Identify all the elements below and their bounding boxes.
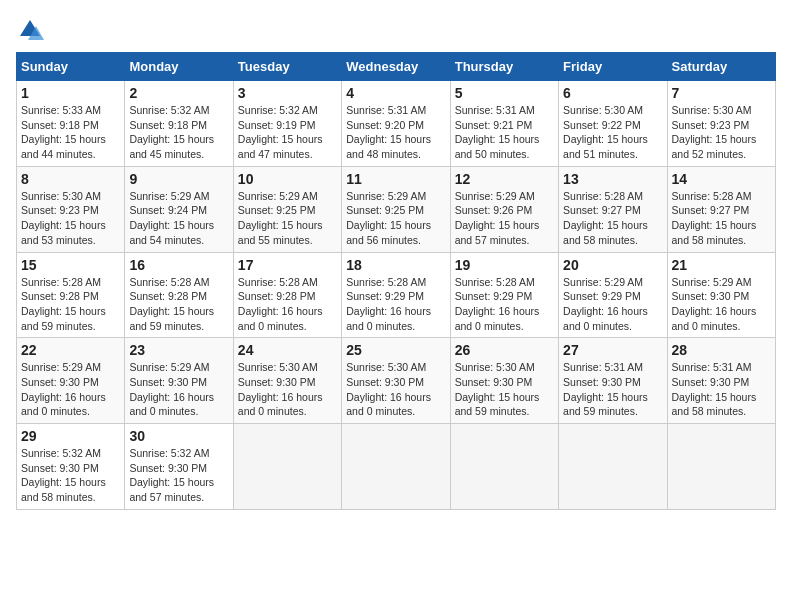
day-info: Sunrise: 5:28 AM Sunset: 9:27 PM Dayligh… bbox=[563, 189, 662, 248]
day-number: 29 bbox=[21, 428, 120, 444]
day-info: Sunrise: 5:29 AM Sunset: 9:30 PM Dayligh… bbox=[129, 360, 228, 419]
calendar-cell: 8 Sunrise: 5:30 AM Sunset: 9:23 PM Dayli… bbox=[17, 166, 125, 252]
day-info: Sunrise: 5:29 AM Sunset: 9:25 PM Dayligh… bbox=[238, 189, 337, 248]
day-info: Sunrise: 5:31 AM Sunset: 9:30 PM Dayligh… bbox=[563, 360, 662, 419]
day-number: 3 bbox=[238, 85, 337, 101]
weekday-header-tuesday: Tuesday bbox=[233, 53, 341, 81]
calendar-week-4: 22 Sunrise: 5:29 AM Sunset: 9:30 PM Dayl… bbox=[17, 338, 776, 424]
calendar-cell: 14 Sunrise: 5:28 AM Sunset: 9:27 PM Dayl… bbox=[667, 166, 775, 252]
day-number: 27 bbox=[563, 342, 662, 358]
day-number: 8 bbox=[21, 171, 120, 187]
day-info: Sunrise: 5:28 AM Sunset: 9:28 PM Dayligh… bbox=[238, 275, 337, 334]
logo-icon bbox=[16, 16, 44, 44]
weekday-header-wednesday: Wednesday bbox=[342, 53, 450, 81]
calendar-cell: 7 Sunrise: 5:30 AM Sunset: 9:23 PM Dayli… bbox=[667, 81, 775, 167]
day-number: 2 bbox=[129, 85, 228, 101]
day-number: 19 bbox=[455, 257, 554, 273]
day-info: Sunrise: 5:32 AM Sunset: 9:18 PM Dayligh… bbox=[129, 103, 228, 162]
day-info: Sunrise: 5:31 AM Sunset: 9:21 PM Dayligh… bbox=[455, 103, 554, 162]
day-info: Sunrise: 5:32 AM Sunset: 9:30 PM Dayligh… bbox=[129, 446, 228, 505]
calendar-cell: 15 Sunrise: 5:28 AM Sunset: 9:28 PM Dayl… bbox=[17, 252, 125, 338]
calendar-cell: 9 Sunrise: 5:29 AM Sunset: 9:24 PM Dayli… bbox=[125, 166, 233, 252]
day-info: Sunrise: 5:29 AM Sunset: 9:25 PM Dayligh… bbox=[346, 189, 445, 248]
day-number: 17 bbox=[238, 257, 337, 273]
day-number: 7 bbox=[672, 85, 771, 101]
day-info: Sunrise: 5:30 AM Sunset: 9:22 PM Dayligh… bbox=[563, 103, 662, 162]
calendar-cell: 20 Sunrise: 5:29 AM Sunset: 9:29 PM Dayl… bbox=[559, 252, 667, 338]
weekday-header-row: SundayMondayTuesdayWednesdayThursdayFrid… bbox=[17, 53, 776, 81]
calendar-cell bbox=[342, 424, 450, 510]
weekday-header-saturday: Saturday bbox=[667, 53, 775, 81]
day-info: Sunrise: 5:29 AM Sunset: 9:24 PM Dayligh… bbox=[129, 189, 228, 248]
calendar-cell: 1 Sunrise: 5:33 AM Sunset: 9:18 PM Dayli… bbox=[17, 81, 125, 167]
day-info: Sunrise: 5:30 AM Sunset: 9:30 PM Dayligh… bbox=[346, 360, 445, 419]
day-info: Sunrise: 5:31 AM Sunset: 9:20 PM Dayligh… bbox=[346, 103, 445, 162]
calendar-cell: 16 Sunrise: 5:28 AM Sunset: 9:28 PM Dayl… bbox=[125, 252, 233, 338]
day-number: 15 bbox=[21, 257, 120, 273]
day-number: 25 bbox=[346, 342, 445, 358]
weekday-header-thursday: Thursday bbox=[450, 53, 558, 81]
calendar-cell: 13 Sunrise: 5:28 AM Sunset: 9:27 PM Dayl… bbox=[559, 166, 667, 252]
calendar-cell: 18 Sunrise: 5:28 AM Sunset: 9:29 PM Dayl… bbox=[342, 252, 450, 338]
day-info: Sunrise: 5:29 AM Sunset: 9:29 PM Dayligh… bbox=[563, 275, 662, 334]
calendar-cell: 5 Sunrise: 5:31 AM Sunset: 9:21 PM Dayli… bbox=[450, 81, 558, 167]
day-info: Sunrise: 5:28 AM Sunset: 9:28 PM Dayligh… bbox=[21, 275, 120, 334]
calendar-cell: 12 Sunrise: 5:29 AM Sunset: 9:26 PM Dayl… bbox=[450, 166, 558, 252]
day-info: Sunrise: 5:33 AM Sunset: 9:18 PM Dayligh… bbox=[21, 103, 120, 162]
calendar-cell: 11 Sunrise: 5:29 AM Sunset: 9:25 PM Dayl… bbox=[342, 166, 450, 252]
day-info: Sunrise: 5:30 AM Sunset: 9:23 PM Dayligh… bbox=[21, 189, 120, 248]
calendar-cell bbox=[667, 424, 775, 510]
day-number: 5 bbox=[455, 85, 554, 101]
day-info: Sunrise: 5:32 AM Sunset: 9:19 PM Dayligh… bbox=[238, 103, 337, 162]
weekday-header-friday: Friday bbox=[559, 53, 667, 81]
day-number: 28 bbox=[672, 342, 771, 358]
calendar-body: 1 Sunrise: 5:33 AM Sunset: 9:18 PM Dayli… bbox=[17, 81, 776, 510]
calendar-cell: 21 Sunrise: 5:29 AM Sunset: 9:30 PM Dayl… bbox=[667, 252, 775, 338]
header bbox=[16, 16, 776, 44]
calendar-cell bbox=[450, 424, 558, 510]
day-number: 20 bbox=[563, 257, 662, 273]
calendar-cell: 2 Sunrise: 5:32 AM Sunset: 9:18 PM Dayli… bbox=[125, 81, 233, 167]
day-info: Sunrise: 5:29 AM Sunset: 9:30 PM Dayligh… bbox=[672, 275, 771, 334]
day-number: 6 bbox=[563, 85, 662, 101]
day-number: 9 bbox=[129, 171, 228, 187]
day-number: 22 bbox=[21, 342, 120, 358]
calendar-cell bbox=[559, 424, 667, 510]
calendar-cell: 3 Sunrise: 5:32 AM Sunset: 9:19 PM Dayli… bbox=[233, 81, 341, 167]
calendar-table: SundayMondayTuesdayWednesdayThursdayFrid… bbox=[16, 52, 776, 510]
calendar-cell: 10 Sunrise: 5:29 AM Sunset: 9:25 PM Dayl… bbox=[233, 166, 341, 252]
day-number: 1 bbox=[21, 85, 120, 101]
weekday-header-monday: Monday bbox=[125, 53, 233, 81]
day-number: 14 bbox=[672, 171, 771, 187]
day-info: Sunrise: 5:28 AM Sunset: 9:28 PM Dayligh… bbox=[129, 275, 228, 334]
day-number: 10 bbox=[238, 171, 337, 187]
weekday-header-sunday: Sunday bbox=[17, 53, 125, 81]
day-info: Sunrise: 5:28 AM Sunset: 9:29 PM Dayligh… bbox=[346, 275, 445, 334]
day-info: Sunrise: 5:28 AM Sunset: 9:29 PM Dayligh… bbox=[455, 275, 554, 334]
day-info: Sunrise: 5:29 AM Sunset: 9:30 PM Dayligh… bbox=[21, 360, 120, 419]
logo bbox=[16, 16, 48, 44]
day-number: 16 bbox=[129, 257, 228, 273]
calendar-cell: 6 Sunrise: 5:30 AM Sunset: 9:22 PM Dayli… bbox=[559, 81, 667, 167]
calendar-week-5: 29 Sunrise: 5:32 AM Sunset: 9:30 PM Dayl… bbox=[17, 424, 776, 510]
calendar-cell: 26 Sunrise: 5:30 AM Sunset: 9:30 PM Dayl… bbox=[450, 338, 558, 424]
day-number: 24 bbox=[238, 342, 337, 358]
calendar-cell: 23 Sunrise: 5:29 AM Sunset: 9:30 PM Dayl… bbox=[125, 338, 233, 424]
day-number: 13 bbox=[563, 171, 662, 187]
calendar-cell bbox=[233, 424, 341, 510]
calendar-cell: 30 Sunrise: 5:32 AM Sunset: 9:30 PM Dayl… bbox=[125, 424, 233, 510]
day-info: Sunrise: 5:31 AM Sunset: 9:30 PM Dayligh… bbox=[672, 360, 771, 419]
calendar-cell: 24 Sunrise: 5:30 AM Sunset: 9:30 PM Dayl… bbox=[233, 338, 341, 424]
calendar-cell: 17 Sunrise: 5:28 AM Sunset: 9:28 PM Dayl… bbox=[233, 252, 341, 338]
calendar-cell: 29 Sunrise: 5:32 AM Sunset: 9:30 PM Dayl… bbox=[17, 424, 125, 510]
day-number: 4 bbox=[346, 85, 445, 101]
calendar-cell: 4 Sunrise: 5:31 AM Sunset: 9:20 PM Dayli… bbox=[342, 81, 450, 167]
day-info: Sunrise: 5:32 AM Sunset: 9:30 PM Dayligh… bbox=[21, 446, 120, 505]
calendar-week-2: 8 Sunrise: 5:30 AM Sunset: 9:23 PM Dayli… bbox=[17, 166, 776, 252]
calendar-cell: 27 Sunrise: 5:31 AM Sunset: 9:30 PM Dayl… bbox=[559, 338, 667, 424]
day-number: 30 bbox=[129, 428, 228, 444]
day-info: Sunrise: 5:30 AM Sunset: 9:30 PM Dayligh… bbox=[455, 360, 554, 419]
day-number: 23 bbox=[129, 342, 228, 358]
day-number: 21 bbox=[672, 257, 771, 273]
day-info: Sunrise: 5:28 AM Sunset: 9:27 PM Dayligh… bbox=[672, 189, 771, 248]
